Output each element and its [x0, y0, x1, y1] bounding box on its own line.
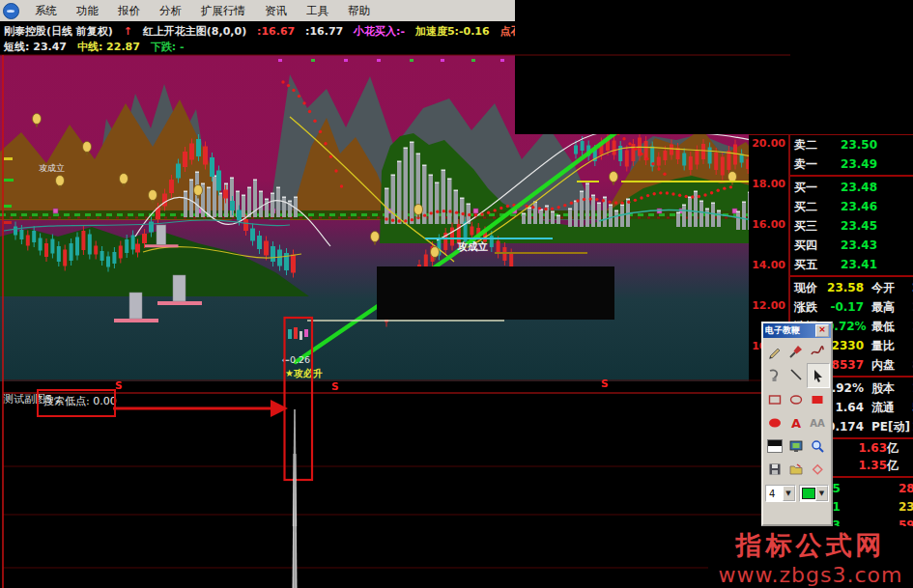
menu-function[interactable]: 功能	[67, 4, 108, 18]
tool-screenshot-button[interactable]	[785, 434, 807, 458]
buy1-price: 23.48	[823, 181, 877, 194]
buy-row-3[interactable]: 买三 23.45	[790, 216, 913, 236]
color-swatch-icon	[767, 439, 783, 453]
current-stock-button[interactable]: 刚泰控股	[845, 2, 907, 20]
menu-system[interactable]: 系统	[25, 4, 67, 18]
menu-news[interactable]: 资讯	[255, 4, 297, 18]
main-chart-canvas: 攻成立 攻成立 攻成立 ←0.26 ★攻必升 ★ ★	[0, 55, 790, 381]
tool-filled-ellipse-button[interactable]	[764, 411, 785, 434]
menu-bar: 系统 功能 报价 分析 扩展行情 资讯 工具 帮助 交易未登录 刚泰控股	[0, 0, 913, 21]
buy5-price: 23.41	[823, 258, 877, 271]
app-logo-icon	[3, 3, 19, 19]
stat-label: PE[动]	[871, 419, 906, 435]
tool-multitext-button[interactable]: AA	[807, 411, 828, 434]
up-arrow-icon: ↑	[124, 25, 132, 38]
tool-eraser-button[interactable]	[807, 340, 828, 363]
tool-save-button[interactable]	[764, 458, 785, 481]
menu-analysis[interactable]: 分析	[150, 4, 191, 18]
buy-row-4[interactable]: 买四 23.43	[790, 236, 913, 255]
cap-unit: 亿	[887, 441, 899, 455]
tool-rectangle-button[interactable]	[764, 388, 785, 411]
tool-select-button[interactable]	[807, 363, 830, 388]
toolbar-title: 电子教鞭	[765, 324, 815, 337]
main-chart-area[interactable]: 攻成立 攻成立 攻成立 ←0.26 ★攻必升 ★ ★	[0, 55, 790, 381]
stat-row: 涨跌 -0.17 最高 24	[790, 297, 913, 317]
tool-open-button[interactable]	[785, 458, 807, 481]
menu-quote[interactable]: 报价	[108, 4, 150, 18]
chevron-down-icon[interactable]: ▼	[815, 486, 828, 501]
mid-line-value: 中线: 22.87	[77, 41, 140, 53]
buy-row-5[interactable]: 买五 23.41	[790, 255, 913, 274]
panel-separator	[790, 175, 913, 177]
tick-volume: 28	[899, 482, 913, 495]
line-width-dropdown[interactable]: 4 ▼	[765, 485, 796, 502]
axis-label: 16.00	[749, 218, 785, 231]
pencil-icon	[767, 344, 783, 359]
tool-curve-button[interactable]	[764, 363, 785, 386]
watermark: 指标公式网 www.zbgs3.com	[708, 526, 913, 588]
axis-label: 14.00	[749, 259, 785, 271]
close-icon[interactable]: ×	[815, 324, 829, 337]
current-color-swatch	[802, 488, 816, 499]
stat-label: 股本	[871, 380, 906, 397]
indicator-value-b: :16.77	[305, 25, 343, 38]
buy-row-1[interactable]: 买一 23.48	[790, 178, 913, 197]
stat-label: 内盘	[871, 357, 906, 374]
trading-app-window: 系统 功能 报价 分析 扩展行情 资讯 工具 帮助 交易未登录 刚泰控股 刚泰控…	[0, 0, 913, 588]
acceleration-value: 加速度5:-0.16	[415, 25, 490, 38]
buy-row-2[interactable]: 买二 23.46	[790, 197, 913, 216]
buy4-label: 买四	[794, 238, 823, 254]
cap-value: 1.35	[858, 459, 887, 472]
midas-value: 点石成金1: 22.29	[500, 25, 592, 38]
sell1-price: 23.49	[823, 157, 877, 171]
buy2-label: 买二	[794, 199, 823, 215]
stat-label: 最低	[871, 319, 906, 335]
save-icon	[767, 462, 783, 477]
axis-label: 20.00	[749, 137, 785, 150]
indicator-info-bar: 刚泰控股(日线 前复权) ↑ 红上开花主图(8,0,0) :16.67 :16.…	[0, 21, 913, 55]
sell2-price: 23.50	[823, 138, 877, 152]
menu-tools[interactable]: 工具	[297, 4, 338, 18]
drawing-toolbar-window[interactable]: 电子教鞭 × A AA 4 ▼	[761, 322, 833, 526]
select-arrow-icon	[811, 368, 826, 383]
buy3-price: 23.45	[823, 219, 877, 233]
stat-label: 量比	[871, 338, 906, 354]
tick-volume: 23	[899, 500, 913, 514]
sell-row-2[interactable]: 卖二 23.50	[790, 135, 913, 154]
midas-tail: 点	[602, 25, 613, 38]
tool-color-button[interactable]	[764, 434, 785, 458]
tool-brush-button[interactable]	[785, 340, 807, 363]
text-aa-icon: AA	[810, 418, 824, 429]
menu-help[interactable]: 帮助	[338, 4, 380, 18]
stat-label: 涨跌	[794, 299, 821, 316]
stat-row: 现价 23.58 今开 23	[790, 278, 913, 297]
panel-separator	[790, 275, 913, 277]
sell-row-1[interactable]: 卖一 23.49	[790, 154, 913, 174]
watermark-title: 指标公式网	[708, 528, 913, 563]
tool-text-button[interactable]: A	[785, 411, 807, 434]
trade-login-status[interactable]: 交易未登录	[767, 4, 846, 18]
menu-extended-quotes[interactable]: 扩展行情	[191, 4, 255, 18]
tool-pencil-button[interactable]	[764, 340, 785, 363]
chevron-down-icon[interactable]: ▼	[783, 486, 795, 501]
buy2-price: 23.46	[823, 200, 877, 213]
brush-icon	[788, 344, 804, 359]
cap-value: 1.63	[858, 441, 887, 455]
filled-rectangle-icon	[810, 392, 825, 407]
curve-icon	[767, 367, 783, 382]
tool-ellipse-button[interactable]	[785, 388, 807, 411]
color-dropdown[interactable]: ▼	[799, 485, 830, 502]
flower-buy-signal: 小花买入:-	[354, 25, 405, 38]
tool-zoom-button[interactable]	[807, 434, 828, 458]
main-indicator-name[interactable]: 红上开花主图(8,0,0)	[143, 25, 246, 38]
screenshot-icon	[788, 438, 804, 454]
folder-icon	[788, 462, 804, 477]
tool-diamond-button[interactable]	[807, 458, 828, 481]
line-width-value: 4	[766, 489, 783, 499]
tool-filled-rectangle-button[interactable]	[807, 388, 828, 411]
axis-label: 18.00	[749, 178, 785, 190]
tool-line-button[interactable]	[785, 363, 807, 386]
low-value-label: ←0.26	[282, 354, 310, 365]
filled-ellipse-icon	[767, 415, 783, 431]
toolbar-title-bar[interactable]: 电子教鞭 ×	[763, 323, 831, 338]
